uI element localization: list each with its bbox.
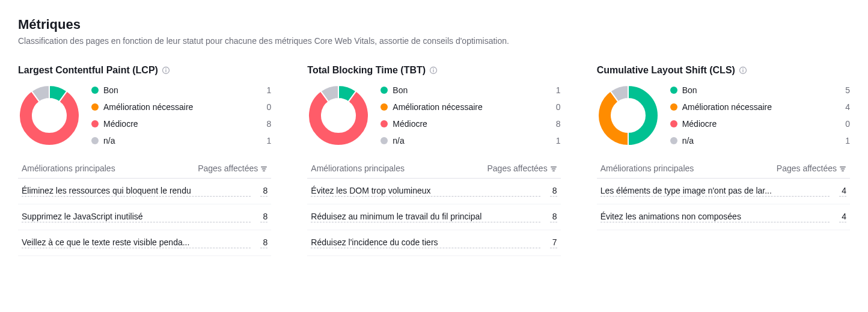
metric-col-tbt: Total Blocking Time (TBT) Bon1Améliorati… [307, 65, 560, 256]
legend-dot-na [381, 137, 388, 144]
th-pages-label: Pages affectées [198, 164, 258, 173]
info-icon[interactable] [739, 66, 747, 75]
improvement-link[interactable]: Évitez les animations non composées [601, 212, 830, 222]
legend-dot-poor [381, 120, 388, 127]
svg-rect-3 [261, 167, 267, 168]
table-row: Réduisez au minimum le travail du fil pr… [307, 204, 560, 230]
legend-dot-good [670, 87, 677, 94]
svg-rect-11 [552, 170, 555, 171]
legend-value: 0 [263, 102, 271, 112]
pages-affected-link[interactable]: 4 [839, 212, 846, 222]
pages-affected-link[interactable]: 8 [260, 186, 267, 197]
legend-label: n/a [682, 136, 837, 145]
legend-dot-good [381, 87, 388, 94]
metrics-row: Largest Contentful Paint (LCP) Bon1Améli… [18, 65, 850, 256]
improvements-table-header: Améliorations principalesPages affectées [307, 159, 560, 179]
svg-rect-10 [551, 168, 555, 170]
legend-label: Amélioration nécessaire [393, 102, 547, 112]
donut-chart [597, 84, 659, 147]
table-row: Évitez les animations non composées4 [597, 204, 850, 230]
legend-row-needs_improvement[interactable]: Amélioration nécessaire0 [91, 102, 271, 112]
legend-label: Bon [682, 85, 837, 95]
improvement-link[interactable]: Supprimez le JavaScript inutilisé [22, 212, 251, 222]
improvement-link[interactable]: Réduisez au minimum le travail du fil pr… [311, 212, 540, 222]
legend-row-good[interactable]: Bon5 [670, 85, 850, 95]
pages-affected-link[interactable]: 8 [260, 237, 267, 248]
improvements-table-header: Améliorations principalesPages affectées [18, 159, 271, 179]
legend-row-na[interactable]: n/a1 [381, 136, 560, 145]
improvement-link[interactable]: Évitez les DOM trop volumineux [311, 186, 540, 197]
legend-row-poor[interactable]: Médiocre0 [670, 119, 850, 129]
page-title: Métriques [18, 17, 850, 32]
chart-legend-row: Bon5Amélioration nécessaire4Médiocre0n/a… [597, 84, 850, 147]
pages-affected-link[interactable]: 7 [550, 237, 557, 248]
th-pages[interactable]: Pages affectées [487, 164, 557, 173]
legend-label: Médiocre [393, 119, 547, 129]
improvement-link[interactable]: Réduisez l'incidence du code tiers [311, 237, 540, 248]
legend-dot-poor [670, 120, 677, 127]
legend-row-na[interactable]: n/a1 [670, 136, 850, 145]
legend-row-needs_improvement[interactable]: Amélioration nécessaire0 [381, 102, 560, 112]
legend-value: 1 [552, 85, 561, 95]
table-row: Éliminez les ressources qui bloquent le … [18, 179, 271, 204]
legend-value: 8 [552, 119, 561, 129]
legend-label: Amélioration nécessaire [682, 102, 837, 112]
pages-affected-link[interactable]: 8 [550, 186, 557, 197]
legend-row-poor[interactable]: Médiocre8 [91, 119, 271, 129]
improvement-link[interactable]: Éliminez les ressources qui bloquent le … [22, 186, 251, 197]
pages-affected-link[interactable]: 4 [839, 186, 846, 197]
legend-row-good[interactable]: Bon1 [381, 85, 560, 95]
improvement-link[interactable]: Veillez à ce que le texte reste visible … [22, 237, 251, 248]
legend-label: Médiocre [103, 119, 258, 129]
th-pages[interactable]: Pages affectées [198, 164, 267, 173]
legend-label: n/a [103, 136, 258, 145]
th-improvement[interactable]: Améliorations principales [601, 164, 771, 173]
legend-value: 1 [263, 85, 271, 95]
pages-affected-link[interactable]: 8 [260, 212, 267, 222]
metric-title: Total Blocking Time (TBT) [307, 65, 426, 76]
table-row: Évitez les DOM trop volumineux8 [307, 179, 560, 204]
legend-dot-needs_improvement [91, 103, 99, 111]
legend-value: 5 [842, 85, 850, 95]
legend: Bon1Amélioration nécessaire0Médiocre8n/a… [381, 84, 560, 145]
metric-title: Largest Contentful Paint (LCP) [18, 65, 158, 76]
sort-desc-icon [550, 165, 557, 172]
legend-row-good[interactable]: Bon1 [91, 85, 271, 95]
legend-dot-good [91, 87, 99, 94]
svg-rect-4 [262, 168, 266, 170]
page-subtitle: Classification des pages en fonction de … [18, 36, 850, 46]
legend: Bon5Amélioration nécessaire4Médiocre0n/a… [670, 84, 850, 145]
svg-rect-5 [263, 170, 265, 171]
pages-affected-link[interactable]: 8 [550, 212, 557, 222]
sort-desc-icon [260, 165, 267, 172]
metric-title: Cumulative Layout Shift (CLS) [597, 65, 735, 76]
legend-value: 0 [842, 119, 850, 129]
legend-label: Médiocre [682, 119, 837, 129]
legend-row-na[interactable]: n/a1 [91, 136, 271, 145]
th-pages-label: Pages affectées [487, 164, 548, 173]
metric-col-cls: Cumulative Layout Shift (CLS) Bon5Amélio… [597, 65, 850, 256]
svg-point-8 [433, 69, 434, 70]
donut-chart [307, 84, 370, 147]
svg-rect-16 [840, 168, 845, 170]
legend-row-poor[interactable]: Médiocre8 [381, 119, 560, 129]
legend-dot-na [670, 137, 677, 144]
th-improvement[interactable]: Améliorations principales [22, 164, 192, 173]
legend-dot-na [91, 137, 99, 144]
info-icon[interactable] [162, 66, 170, 75]
info-icon[interactable] [429, 66, 438, 75]
table-row: Veillez à ce que le texte reste visible … [18, 230, 271, 256]
chart-legend-row: Bon1Amélioration nécessaire0Médiocre8n/a… [18, 84, 271, 147]
legend-label: Amélioration nécessaire [103, 102, 258, 112]
legend-row-needs_improvement[interactable]: Amélioration nécessaire4 [670, 102, 850, 112]
svg-point-14 [742, 69, 744, 70]
th-pages-label: Pages affectées [777, 164, 837, 173]
table-row: Les éléments de type image n'ont pas de … [597, 179, 850, 204]
chart-legend-row: Bon1Amélioration nécessaire0Médiocre8n/a… [307, 84, 560, 147]
th-improvement[interactable]: Améliorations principales [311, 164, 481, 173]
th-pages[interactable]: Pages affectées [777, 164, 846, 173]
legend-value: 8 [263, 119, 271, 129]
legend-dot-poor [91, 120, 99, 127]
improvement-link[interactable]: Les éléments de type image n'ont pas de … [601, 186, 830, 197]
legend-value: 1 [552, 136, 561, 145]
